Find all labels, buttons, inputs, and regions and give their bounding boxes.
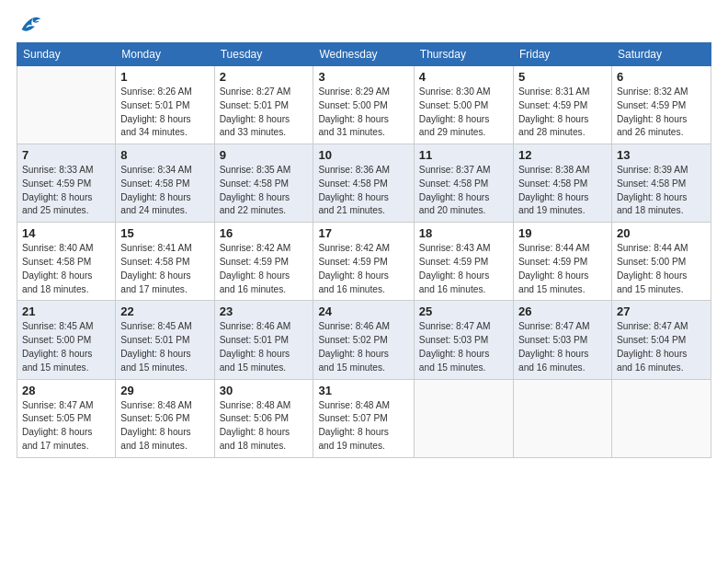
page: SundayMondayTuesdayWednesdayThursdayFrid… [0, 0, 728, 563]
day-number: 26 [518, 304, 607, 318]
day-info: Sunrise: 8:45 AMSunset: 5:00 PMDaylight:… [22, 320, 110, 374]
day-number: 22 [120, 304, 209, 318]
day-number: 21 [22, 304, 110, 318]
day-info: Sunrise: 8:46 AMSunset: 5:01 PMDaylight:… [220, 320, 309, 374]
day-info: Sunrise: 8:42 AMSunset: 4:59 PMDaylight:… [318, 242, 408, 296]
calendar-cell: 11Sunrise: 8:37 AMSunset: 4:58 PMDayligh… [414, 144, 513, 223]
calendar-cell: 1Sunrise: 8:26 AMSunset: 5:01 PMDaylight… [116, 66, 214, 144]
day-number: 19 [518, 226, 607, 240]
weekday-header-tuesday: Tuesday [214, 43, 313, 66]
day-info: Sunrise: 8:43 AMSunset: 4:59 PMDaylight:… [419, 242, 508, 296]
calendar-cell: 5Sunrise: 8:31 AMSunset: 4:59 PMDaylight… [514, 66, 612, 144]
calendar-cell: 15Sunrise: 8:41 AMSunset: 4:58 PMDayligh… [116, 223, 214, 301]
day-info: Sunrise: 8:47 AMSunset: 5:05 PMDaylight:… [22, 399, 110, 454]
day-number: 5 [518, 70, 607, 84]
weekday-header-thursday: Thursday [414, 43, 513, 66]
calendar-cell: 13Sunrise: 8:39 AMSunset: 4:58 PMDayligh… [611, 144, 711, 223]
day-info: Sunrise: 8:34 AMSunset: 4:58 PMDaylight:… [120, 164, 209, 218]
week-row-4: 21Sunrise: 8:45 AMSunset: 5:00 PMDayligh… [17, 301, 711, 379]
calendar-cell: 14Sunrise: 8:40 AMSunset: 4:58 PMDayligh… [17, 223, 116, 301]
day-info: Sunrise: 8:38 AMSunset: 4:58 PMDaylight:… [518, 164, 607, 218]
day-info: Sunrise: 8:27 AMSunset: 5:01 PMDaylight:… [220, 86, 309, 140]
day-number: 9 [220, 148, 309, 162]
calendar-cell: 30Sunrise: 8:48 AMSunset: 5:06 PMDayligh… [214, 379, 313, 457]
day-info: Sunrise: 8:37 AMSunset: 4:58 PMDaylight:… [419, 164, 508, 218]
day-number: 27 [617, 304, 706, 318]
day-number: 31 [318, 384, 408, 397]
calendar-cell: 24Sunrise: 8:46 AMSunset: 5:02 PMDayligh… [313, 301, 414, 379]
calendar-cell: 29Sunrise: 8:48 AMSunset: 5:06 PMDayligh… [116, 379, 214, 457]
day-number: 15 [120, 226, 209, 240]
day-number: 12 [518, 148, 607, 162]
header [17, 15, 711, 33]
day-info: Sunrise: 8:41 AMSunset: 4:58 PMDaylight:… [120, 242, 209, 296]
day-info: Sunrise: 8:47 AMSunset: 5:04 PMDaylight:… [617, 320, 706, 374]
calendar-cell: 12Sunrise: 8:38 AMSunset: 4:58 PMDayligh… [514, 144, 612, 223]
calendar-cell: 2Sunrise: 8:27 AMSunset: 5:01 PMDaylight… [214, 66, 313, 144]
calendar-cell [17, 66, 116, 144]
calendar-cell: 22Sunrise: 8:45 AMSunset: 5:01 PMDayligh… [116, 301, 214, 379]
day-number: 8 [120, 148, 209, 162]
day-info: Sunrise: 8:33 AMSunset: 4:59 PMDaylight:… [22, 164, 110, 218]
calendar-cell [514, 379, 612, 457]
day-number: 3 [318, 70, 408, 84]
day-info: Sunrise: 8:46 AMSunset: 5:02 PMDaylight:… [318, 320, 408, 374]
calendar-cell: 28Sunrise: 8:47 AMSunset: 5:05 PMDayligh… [17, 379, 116, 457]
calendar-cell: 6Sunrise: 8:32 AMSunset: 4:59 PMDaylight… [611, 66, 711, 144]
day-info: Sunrise: 8:26 AMSunset: 5:01 PMDaylight:… [120, 86, 209, 140]
calendar-cell: 25Sunrise: 8:47 AMSunset: 5:03 PMDayligh… [414, 301, 513, 379]
day-info: Sunrise: 8:48 AMSunset: 5:06 PMDaylight:… [120, 399, 209, 454]
week-row-2: 7Sunrise: 8:33 AMSunset: 4:59 PMDaylight… [17, 144, 711, 223]
calendar-cell: 20Sunrise: 8:44 AMSunset: 5:00 PMDayligh… [611, 223, 711, 301]
weekday-header-monday: Monday [116, 43, 214, 66]
day-number: 28 [22, 384, 110, 397]
calendar-cell: 7Sunrise: 8:33 AMSunset: 4:59 PMDaylight… [17, 144, 116, 223]
day-number: 11 [419, 148, 508, 162]
day-info: Sunrise: 8:29 AMSunset: 5:00 PMDaylight:… [318, 86, 408, 140]
day-number: 20 [617, 226, 706, 240]
calendar-cell [414, 379, 513, 457]
day-info: Sunrise: 8:36 AMSunset: 4:58 PMDaylight:… [318, 164, 408, 218]
day-number: 1 [120, 70, 209, 84]
day-number: 29 [120, 384, 209, 397]
weekday-header-friday: Friday [514, 43, 612, 66]
calendar-cell: 4Sunrise: 8:30 AMSunset: 5:00 PMDaylight… [414, 66, 513, 144]
day-info: Sunrise: 8:39 AMSunset: 4:58 PMDaylight:… [617, 164, 706, 218]
day-number: 24 [318, 304, 408, 318]
weekday-header-wednesday: Wednesday [313, 43, 414, 66]
day-info: Sunrise: 8:47 AMSunset: 5:03 PMDaylight:… [419, 320, 508, 374]
calendar-cell: 16Sunrise: 8:42 AMSunset: 4:59 PMDayligh… [214, 223, 313, 301]
day-number: 4 [419, 70, 508, 84]
day-info: Sunrise: 8:44 AMSunset: 4:59 PMDaylight:… [518, 242, 607, 296]
day-number: 10 [318, 148, 408, 162]
day-info: Sunrise: 8:45 AMSunset: 5:01 PMDaylight:… [120, 320, 209, 374]
day-number: 30 [220, 384, 309, 397]
weekday-header-sunday: Sunday [17, 43, 116, 66]
calendar-cell: 18Sunrise: 8:43 AMSunset: 4:59 PMDayligh… [414, 223, 513, 301]
day-number: 13 [617, 148, 706, 162]
day-info: Sunrise: 8:32 AMSunset: 4:59 PMDaylight:… [617, 86, 706, 140]
calendar-table: SundayMondayTuesdayWednesdayThursdayFrid… [17, 42, 711, 458]
day-info: Sunrise: 8:48 AMSunset: 5:07 PMDaylight:… [318, 399, 408, 454]
day-info: Sunrise: 8:47 AMSunset: 5:03 PMDaylight:… [518, 320, 607, 374]
calendar-cell: 8Sunrise: 8:34 AMSunset: 4:58 PMDaylight… [116, 144, 214, 223]
calendar-cell: 23Sunrise: 8:46 AMSunset: 5:01 PMDayligh… [214, 301, 313, 379]
day-number: 7 [22, 148, 110, 162]
day-info: Sunrise: 8:30 AMSunset: 5:00 PMDaylight:… [419, 86, 508, 140]
day-number: 6 [617, 70, 706, 84]
day-number: 14 [22, 226, 110, 240]
calendar-cell: 17Sunrise: 8:42 AMSunset: 4:59 PMDayligh… [313, 223, 414, 301]
calendar-cell: 19Sunrise: 8:44 AMSunset: 4:59 PMDayligh… [514, 223, 612, 301]
day-info: Sunrise: 8:44 AMSunset: 5:00 PMDaylight:… [617, 242, 706, 296]
day-number: 2 [220, 70, 309, 84]
day-info: Sunrise: 8:35 AMSunset: 4:58 PMDaylight:… [220, 164, 309, 218]
calendar-cell: 27Sunrise: 8:47 AMSunset: 5:04 PMDayligh… [611, 301, 711, 379]
logo-bird-icon [20, 15, 42, 33]
week-row-1: 1Sunrise: 8:26 AMSunset: 5:01 PMDaylight… [17, 66, 711, 144]
calendar-cell: 31Sunrise: 8:48 AMSunset: 5:07 PMDayligh… [313, 379, 414, 457]
calendar-cell: 9Sunrise: 8:35 AMSunset: 4:58 PMDaylight… [214, 144, 313, 223]
calendar-cell: 21Sunrise: 8:45 AMSunset: 5:00 PMDayligh… [17, 301, 116, 379]
calendar-cell: 10Sunrise: 8:36 AMSunset: 4:58 PMDayligh… [313, 144, 414, 223]
day-info: Sunrise: 8:48 AMSunset: 5:06 PMDaylight:… [220, 399, 309, 454]
week-row-3: 14Sunrise: 8:40 AMSunset: 4:58 PMDayligh… [17, 223, 711, 301]
